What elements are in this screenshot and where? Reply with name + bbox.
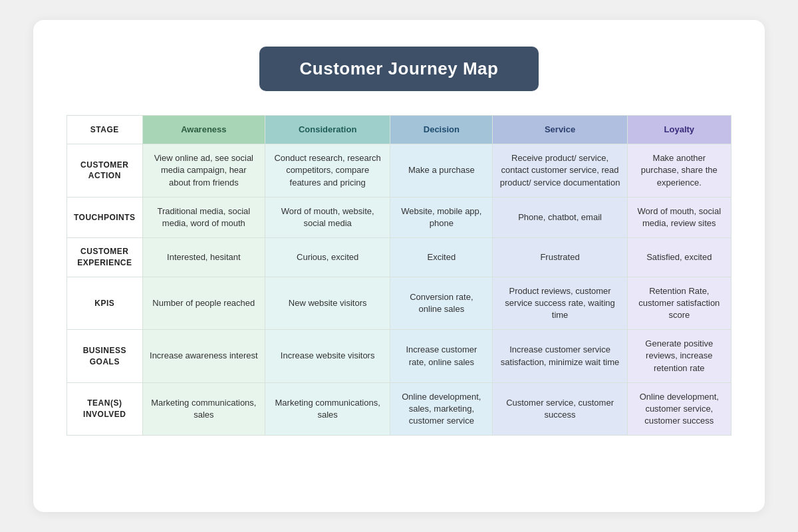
row-label: TEAN(S) INVOLVED — [67, 382, 143, 436]
cell-service: Receive product/ service, contact custom… — [493, 144, 627, 198]
table-row: TEAN(S) INVOLVEDMarketing communications… — [67, 382, 732, 436]
cell-consideration: New website visitors — [265, 277, 390, 330]
cell-decision: Increase customer rate, online sales — [390, 330, 493, 383]
cell-consideration: Conduct research, research competitors, … — [265, 144, 390, 198]
stage-header: STAGE — [67, 116, 143, 144]
table-row: CUSTOMER ACTIONView online ad, see socia… — [67, 144, 732, 198]
cell-awareness: View online ad, see social media campaig… — [142, 144, 265, 198]
row-label: CUSTOMER EXPERIENCE — [67, 238, 143, 277]
cell-service: Phone, chatbot, email — [493, 197, 627, 237]
row-label: CUSTOMER ACTION — [67, 144, 143, 198]
cell-consideration: Word of mouth, website, social media — [265, 197, 390, 237]
table-row: KPISNumber of people reachedNew website … — [67, 277, 732, 330]
cell-awareness: Marketing communications, sales — [142, 382, 265, 436]
cell-decision: Make a purchase — [390, 144, 493, 198]
card: Customer Journey Map STAGE Awareness Con… — [33, 20, 765, 512]
cell-decision: Excited — [390, 238, 493, 277]
cell-consideration: Increase website visitors — [265, 330, 390, 383]
awareness-header: Awareness — [142, 116, 265, 144]
title-box: Customer Journey Map — [259, 47, 539, 91]
row-label: TOUCHPOINTS — [67, 197, 143, 237]
cell-loyalty: Generate positive reviews, increase rete… — [627, 330, 731, 383]
cell-loyalty: Online development, customer service, cu… — [627, 382, 731, 436]
cell-awareness: Increase awareness interest — [142, 330, 265, 383]
cell-decision: Conversion rate, online sales — [390, 277, 493, 330]
journey-map-table: STAGE Awareness Consideration Decision S… — [66, 115, 732, 436]
row-label: KPIS — [67, 277, 143, 330]
decision-header: Decision — [390, 116, 493, 144]
cell-loyalty: Retention Rate, customer satisfaction sc… — [627, 277, 731, 330]
cell-service: Customer service, customer success — [493, 382, 627, 436]
table-row: CUSTOMER EXPERIENCEInterested, hesitantC… — [67, 238, 732, 277]
cell-loyalty: Satisfied, excited — [627, 238, 731, 277]
cell-service: Frustrated — [493, 238, 627, 277]
table-row: TOUCHPOINTSTraditional media, social med… — [67, 197, 732, 237]
row-label: BUSINESS GOALS — [67, 330, 143, 383]
cell-consideration: Curious, excited — [265, 238, 390, 277]
cell-awareness: Traditional media, social media, word of… — [142, 197, 265, 237]
cell-awareness: Number of people reached — [142, 277, 265, 330]
loyalty-header: Loyalty — [627, 116, 731, 144]
cell-loyalty: Word of mouth, social media, review site… — [627, 197, 731, 237]
page-title: Customer Journey Map — [291, 59, 507, 79]
cell-awareness: Interested, hesitant — [142, 238, 265, 277]
cell-consideration: Marketing communications, sales — [265, 382, 390, 436]
cell-loyalty: Make another purchase, share the experie… — [627, 144, 731, 198]
table-row: BUSINESS GOALSIncrease awareness interes… — [67, 330, 732, 383]
cell-service: Product reviews, customer service succes… — [493, 277, 627, 330]
consideration-header: Consideration — [265, 116, 390, 144]
cell-decision: Website, mobile app, phone — [390, 197, 493, 237]
service-header: Service — [493, 116, 627, 144]
cell-decision: Online development, sales, marketing, cu… — [390, 382, 493, 436]
cell-service: Increase customer service satisfaction, … — [493, 330, 627, 383]
